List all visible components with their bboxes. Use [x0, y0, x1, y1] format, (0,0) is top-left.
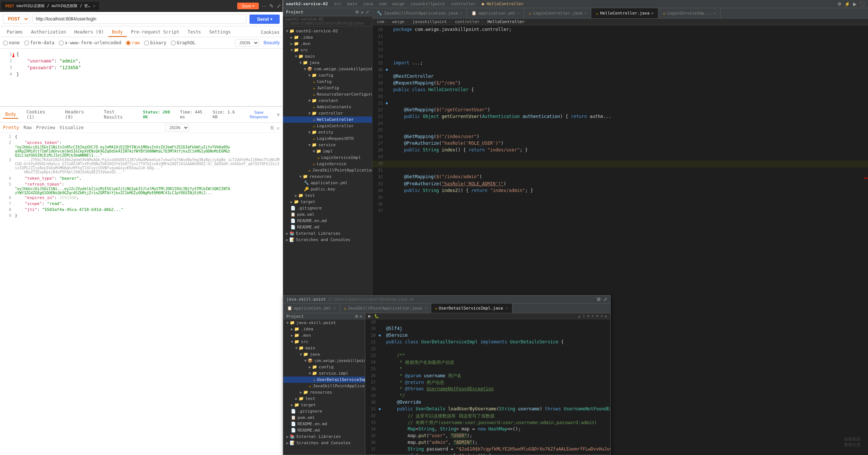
tree-constant[interactable]: ▼📁 constant [283, 97, 372, 104]
tree-mvn[interactable]: ▶📁 .mvn [283, 41, 372, 47]
opt-binary[interactable]: binary [144, 40, 166, 45]
second-tree-readme[interactable]: 📄 README.md [283, 427, 365, 433]
tree-src[interactable]: ▼📁 src [283, 47, 372, 53]
resp-opt-pretty[interactable]: Pretty [3, 125, 19, 130]
resp-opt-preview[interactable]: Preview [36, 125, 55, 130]
close-tab-login-service[interactable]: × [713, 11, 716, 15]
second-tree-config[interactable]: ▶📁 config [283, 364, 365, 370]
second-ide-tab-yml[interactable]: 📋 application.yml × [283, 304, 340, 313]
request-body-editor[interactable]: ↓ 1 { 2 "username": "admin", 3 "password… [0, 49, 283, 106]
close-tab-application[interactable]: × [460, 11, 462, 15]
ide-tab-login-controller[interactable]: ☕ LoginController.java × [524, 8, 591, 18]
tab-headers[interactable]: Headers (9) [70, 28, 107, 37]
tree-entity[interactable]: ▼📁 entity [283, 129, 372, 135]
tab-params[interactable]: Params [3, 28, 26, 37]
opt-form-data[interactable]: form-data [24, 40, 54, 45]
close-second-tab-app[interactable]: × [425, 306, 427, 310]
second-tree-gitignore[interactable]: 📄 .gitignore [283, 408, 365, 414]
resp-tab-cookies[interactable]: Cookies (1) [24, 108, 57, 121]
tab-body[interactable]: Body [108, 28, 127, 37]
tree-java[interactable]: ▼📁 java [283, 60, 372, 66]
send-button[interactable]: Send ▾ [249, 15, 280, 24]
second-tree-java[interactable]: ▼📁 java [283, 351, 365, 358]
tree-jwtconfig[interactable]: ☕ JwtConfig [283, 85, 372, 91]
resp-tab-body[interactable]: Body [3, 110, 18, 119]
ide-tab-hello-controller[interactable]: ☕ HelloController.java × [591, 8, 658, 18]
tree-main[interactable]: ▼📁 main [283, 53, 372, 60]
project-gear-icon[interactable]: ⚙ [355, 10, 359, 15]
tree-external-libraries[interactable]: ▶📚 External Libraries [283, 230, 372, 237]
ide-tab-application[interactable]: 🔧 JavaSkillPointApplication.java × [372, 8, 467, 18]
opt-graphql[interactable]: GraphQL [171, 40, 196, 45]
tree-resources[interactable]: ▼📁 resources [283, 173, 372, 180]
second-tree-test[interactable]: ▶📁 test [283, 395, 365, 402]
code-debug-button[interactable]: 🐛 [374, 314, 379, 318]
tree-impl[interactable]: ▼📁 impl [283, 148, 372, 154]
second-tree-main[interactable]: ▼📁 main [283, 345, 365, 351]
save-response-button[interactable]: Save Response [245, 110, 273, 119]
resp-opt-raw[interactable]: Raw [23, 125, 32, 130]
method-selector[interactable]: POST [3, 14, 29, 24]
second-ide-settings-icon[interactable]: ⚙ [597, 297, 601, 302]
second-tree-root[interactable]: ▼📁 java-skill-point [283, 320, 365, 326]
more-options-button[interactable]: ··· [262, 3, 266, 9]
tree-public-key[interactable]: 🔑 public.key [283, 186, 372, 192]
content-type-select[interactable]: JSON [235, 39, 259, 47]
ide-icon1[interactable]: ⚙ [837, 1, 842, 7]
close-tab-yml[interactable]: × [517, 11, 519, 15]
tree-config[interactable]: ▼📁 config [283, 72, 372, 78]
second-tree-app[interactable]: ☕ JavaSkillPointApplication [283, 383, 365, 389]
second-tree-pom[interactable]: 📋 pom.xml [283, 414, 365, 421]
resp-tab-test-results[interactable]: Test Results [102, 108, 137, 121]
tree-admin-constants[interactable]: ☕ AdminConstants [283, 104, 372, 110]
copy-response-button[interactable]: ⎘ [271, 125, 274, 131]
tree-resource-server[interactable]: ☕ ResourceServerConfiguration [283, 91, 372, 97]
second-tree-resources[interactable]: ▶📁 resources [283, 389, 365, 395]
main-tab[interactable]: POST oauth2认证授权 / auth2动态权限 / 登录接口 × [1, 2, 99, 10]
second-tree-user-detail[interactable]: ☕ UserDetailServiceImpl [283, 377, 365, 383]
close-second-tab-user-detail[interactable]: × [506, 306, 508, 310]
tree-package[interactable]: ▼📦 com.weige.javaskillpoint [283, 66, 372, 72]
tree-config-class[interactable]: ☕ Config [283, 78, 372, 85]
second-ide-tree[interactable]: Project ⚙ ≡ ▼📁 java-skill-point ▶📁 .idea… [283, 313, 365, 455]
tab-pre-request[interactable]: Pre-request Script [127, 28, 183, 37]
second-ide-tree-gear[interactable]: ⚙ [355, 314, 358, 318]
resp-format-select[interactable]: JSON [165, 124, 189, 131]
tree-root[interactable]: ▼📁 oauth2-service-02 [283, 28, 372, 34]
second-tree-target[interactable]: ▶📁 target [283, 402, 365, 408]
second-ide-external-icon[interactable]: ⤢ [603, 297, 607, 302]
ide-icon4[interactable]: ⬛ [859, 1, 865, 7]
ide-icon3[interactable]: ▶ [853, 1, 856, 7]
tree-test[interactable]: ▶📁 test [283, 192, 372, 199]
second-ide-tree-collapse[interactable]: ≡ [360, 314, 362, 318]
second-tree-package[interactable]: ▼📦 com.weige.javaskillpoint [283, 358, 365, 364]
second-tree-scratches[interactable]: ▶📝 Scratches and Consoles [283, 440, 365, 446]
tree-controller[interactable]: ▼📁 controller [283, 110, 372, 116]
tab-close-icon[interactable]: × [93, 4, 95, 8]
tree-login-service[interactable]: ☕ LoginService [283, 161, 372, 167]
second-tree-idea[interactable]: ▶📁 .idea [283, 326, 365, 332]
tree-scratches[interactable]: ▶📝 Scratches and Consoles [283, 237, 372, 243]
resp-tab-headers[interactable]: Headers (9) [63, 108, 96, 121]
tree-hello-controller[interactable]: ☕ HelloController [283, 116, 372, 123]
ide-icon2[interactable]: ⚡ [845, 1, 850, 7]
ide-tab-login-service[interactable]: ☕ LoginServiceImp... × [658, 8, 721, 18]
tree-target[interactable]: ▶📁 target [283, 199, 372, 205]
tree-readme[interactable]: 📄 README.md [283, 224, 372, 230]
project-collapse-icon[interactable]: ≡ [361, 10, 363, 15]
tree-application-yml[interactable]: 🔧 application.yml [283, 180, 372, 186]
beautify-button[interactable]: Beautify [264, 40, 280, 45]
code-run-button[interactable]: ▶ [368, 314, 371, 318]
second-tree-readme-en[interactable]: 📄 README.en.md [283, 421, 365, 427]
url-input[interactable] [32, 14, 247, 24]
tree-idea[interactable]: ▶📁 .idea [283, 34, 372, 41]
save-button[interactable]: Save ▾ [237, 3, 259, 9]
opt-urlencoded[interactable]: x-www-form-urlencoded [59, 40, 121, 45]
tree-service[interactable]: ▼📁 service [283, 142, 372, 148]
tree-main-app[interactable]: ☕ JavaSkillPointApplication [283, 167, 372, 173]
search-response-button[interactable]: ⌕ [277, 125, 280, 131]
tree-login-request-dto[interactable]: ☕ LoginRequestDTO [283, 135, 372, 142]
tree-login-controller[interactable]: ☕ LoginController [283, 123, 372, 129]
response-more-icon[interactable]: ▾ [277, 110, 280, 119]
share-icon-button[interactable]: ⤢ [277, 3, 281, 9]
